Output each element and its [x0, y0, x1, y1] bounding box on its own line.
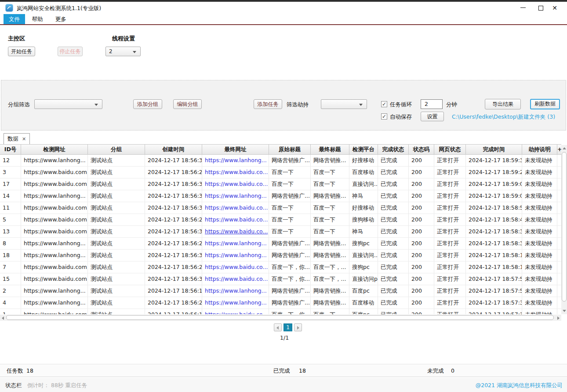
table-row[interactable]: 7https://www.baidu.com测试站点2024-12-17 18:… [0, 261, 561, 273]
vertical-scroll-thumb[interactable] [562, 152, 567, 301]
column-header[interactable]: 完成时间 [466, 145, 522, 154]
scroll-up-icon[interactable] [563, 147, 566, 149]
column-header[interactable]: ID号 [0, 145, 21, 154]
column-header[interactable]: 网页状态 [434, 145, 466, 154]
final-url-link[interactable]: https://www.baidu.co... [202, 167, 269, 178]
column-header[interactable]: 完成状态 [378, 145, 409, 154]
column-header[interactable]: 最终网址 [202, 145, 269, 154]
final-url-link[interactable]: https://www.baidu.co... [202, 273, 269, 285]
group-filter-select[interactable] [34, 99, 102, 109]
column-header[interactable]: 分组 [88, 145, 145, 154]
table-row[interactable]: 11https://www.baidu.com测试站点2024-12-17 18… [0, 202, 561, 214]
main-control-label: 主控区 [8, 35, 25, 43]
cell: 未发现劫持 [522, 297, 557, 309]
thread-count-value: 2 [109, 48, 113, 54]
stop-task-button[interactable]: 停止任务 [58, 47, 83, 56]
table-row[interactable]: 5https://www.baidu.com测试站点2024-12-17 18:… [0, 214, 561, 226]
table-row[interactable]: 13https://www.baidu.com测试站点2024-12-17 18… [0, 226, 561, 238]
loop-minutes-input[interactable]: 2 [421, 99, 443, 109]
prev-page-button[interactable] [274, 323, 282, 331]
edit-group-button[interactable]: 编辑分组 [173, 99, 202, 109]
cell: 2024-12-17 18:57:56 [466, 273, 522, 285]
current-page-button[interactable]: 1 [284, 323, 292, 331]
table-body: 12https://www.lanhong...测试站点2024-12-17 1… [0, 155, 561, 314]
table-row[interactable]: 15https://www.baidu.com测试站点2024-12-17 18… [0, 273, 561, 285]
minimize-button[interactable] [514, 2, 532, 14]
thread-count-select[interactable]: 2 [105, 47, 141, 56]
menu-help[interactable]: 帮助 [27, 14, 48, 24]
export-results-button[interactable]: 导出结果 [485, 99, 521, 109]
cell: 1 [0, 309, 21, 314]
final-url-link[interactable]: https://www.baidu.co... [202, 202, 269, 214]
cell: 2024-12-17 18:56:32 [145, 190, 202, 202]
scroll-left-icon[interactable] [2, 316, 4, 320]
cell: 百度一下 [311, 178, 349, 190]
cell: 网络营销推广... [269, 285, 311, 297]
column-header[interactable]: 原始标题 [269, 145, 311, 154]
column-header[interactable]: 劫持说明 [522, 145, 557, 154]
start-task-button[interactable]: 开始任务 [8, 47, 35, 56]
final-url-link[interactable]: https://www.lanhong... [202, 155, 269, 166]
menu-more[interactable]: 更多 [50, 14, 72, 24]
final-url-link[interactable]: https://www.baidu.co... [202, 261, 269, 273]
cell: 百度pc [349, 309, 378, 314]
table-row[interactable]: 14https://www.lanhong...测试站点2024-12-17 1… [0, 190, 561, 202]
column-header[interactable]: 创建时间 [145, 145, 202, 154]
scroll-down-icon[interactable] [563, 310, 566, 312]
close-button[interactable]: ✕ [546, 2, 563, 14]
table-row[interactable]: 12https://www.lanhong...测试站点2024-12-17 1… [0, 155, 561, 167]
scroll-right-icon[interactable] [557, 316, 560, 320]
add-column-button[interactable]: + [557, 145, 561, 154]
column-header[interactable]: 检测平台 [349, 145, 378, 154]
table-row[interactable]: 17https://www.baidu.com测试站点2024-12-17 18… [0, 178, 561, 190]
add-group-button[interactable]: 添加分组 [133, 99, 162, 109]
tab-data[interactable]: 数据 ✕ [4, 133, 30, 144]
hijack-filter-select[interactable] [321, 99, 367, 109]
column-header[interactable]: 状态码 [409, 145, 434, 154]
cell: 2024-12-17 18:56:24 [145, 214, 202, 225]
add-task-button[interactable]: 添加任务 [254, 99, 282, 109]
cell: 2024-12-17 18:56:37 [145, 250, 202, 261]
cell: 2024-12-17 18:58:32 [466, 226, 522, 237]
final-url-link[interactable]: https://www.baidu.co... [202, 178, 269, 190]
cell: 已完成 [378, 214, 409, 225]
final-url-link[interactable]: https://www.lanhong... [202, 250, 269, 261]
final-url-link[interactable]: https://www.lanhong... [202, 297, 269, 309]
table-row[interactable]: 4https://www.lanhong...测试站点2024-12-17 18… [0, 297, 561, 309]
final-url-link[interactable]: https://www.lanhong... [202, 285, 269, 297]
vertical-scrollbar[interactable] [561, 145, 567, 314]
cell: https://www.baidu.com [21, 202, 88, 214]
tab-close-icon[interactable]: ✕ [22, 136, 26, 142]
auto-save-checkbox[interactable]: ✓ [381, 113, 387, 120]
final-url-link[interactable]: https://www.lanhong... [202, 190, 269, 202]
horizontal-scroll-thumb[interactable] [6, 315, 554, 320]
cell: 已完成 [378, 297, 409, 309]
table-row[interactable]: 3https://www.baidu.com测试站点2024-12-17 18:… [0, 167, 561, 178]
final-url-link[interactable]: https://www.baidu.co... [202, 214, 269, 225]
horizontal-scrollbar[interactable] [0, 315, 561, 321]
cell: 2024-12-17 18:56:21 [145, 167, 202, 178]
cell: 正常打开 [434, 214, 466, 225]
table-row[interactable]: 1https://www.baidu.com测试站点2024-12-17 18:… [0, 309, 561, 314]
final-url-link[interactable]: https://www.baidu.co... [202, 309, 269, 314]
next-page-button[interactable] [294, 323, 302, 331]
save-path-link[interactable]: C:\Users\fedke\Desktop\新建文件夹 (3) [452, 113, 555, 121]
final-url-link[interactable]: https://www.baidu.co... [202, 226, 269, 237]
table-row[interactable]: 2https://www.lanhong...测试站点2024-12-17 18… [0, 285, 561, 297]
cell: 7 [0, 261, 21, 273]
column-header[interactable]: 最终标题 [311, 145, 349, 154]
refresh-data-button[interactable]: 刷新数据 [530, 99, 560, 109]
table-row[interactable]: 8https://www.lanhong...测试站点2024-12-17 18… [0, 238, 561, 250]
titlebar[interactable]: 岚鸿网站安全检测系统1.1(专业版) ✕ [0, 2, 567, 14]
cell: 搜狗pc [349, 261, 378, 273]
final-url-link[interactable]: https://www.lanhong... [202, 238, 269, 249]
table-row[interactable]: 18https://www.lanhong...测试站点2024-12-17 1… [0, 250, 561, 261]
task-loop-checkbox[interactable]: ✓ [381, 101, 387, 107]
menu-file[interactable]: 文件 [4, 14, 25, 24]
cell: 12 [0, 155, 21, 166]
settings-button[interactable]: 设置 [421, 112, 444, 121]
cell: 200 [409, 155, 434, 166]
cell: 200 [409, 261, 434, 273]
cell: 2024-12-17 18:56:30 [145, 155, 202, 166]
column-header[interactable]: 检测网址 [21, 145, 88, 154]
